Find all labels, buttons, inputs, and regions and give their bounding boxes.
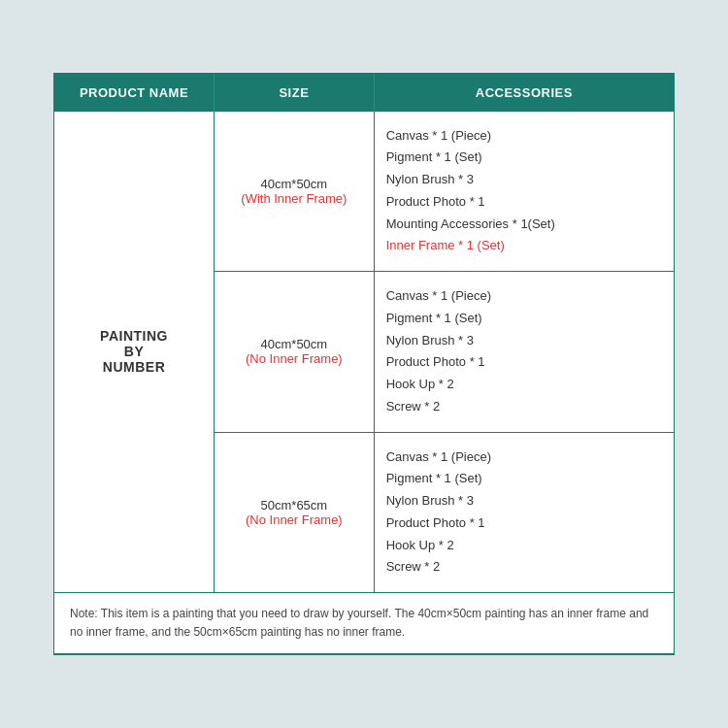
accessory-item: Nylon Brush * 3 — [386, 330, 662, 352]
size-main: 40cm*50cm — [226, 337, 362, 351]
size-cell: 50cm*65cm(No Inner Frame) — [215, 432, 375, 593]
accessory-item: Mounting Accessories * 1(Set) — [386, 214, 662, 236]
accessory-item: Pigment * 1 (Set) — [386, 308, 662, 330]
accessory-item: Product Photo * 1 — [386, 513, 662, 535]
header-size: SIZE — [215, 74, 375, 112]
accessory-item: Pigment * 1 (Set) — [386, 468, 662, 490]
accessory-item: Nylon Brush * 3 — [386, 490, 662, 513]
product-table-wrapper: PRODUCT NAME SIZE ACCESSORIES PAINTING B… — [53, 73, 675, 656]
accessory-item: Pigment * 1 (Set) — [386, 147, 662, 169]
accessory-item: Product Photo * 1 — [386, 351, 662, 374]
product-name-cell: PAINTING BY NUMBER — [54, 112, 215, 593]
accessories-cell: Canvas * 1 (Piece)Pigment * 1 (Set)Nylon… — [374, 432, 674, 593]
size-main: 40cm*50cm — [226, 177, 362, 191]
accessory-item: Screw * 2 — [386, 556, 662, 579]
accessories-cell: Canvas * 1 (Piece)Pigment * 1 (Set)Nylon… — [374, 112, 674, 272]
accessories-list: Canvas * 1 (Piece)Pigment * 1 (Set)Nylon… — [386, 447, 662, 579]
header-accessories: ACCESSORIES — [374, 74, 674, 112]
size-cell: 40cm*50cm(No Inner Frame) — [215, 272, 375, 433]
size-main: 50cm*65cm — [226, 498, 362, 513]
accessories-cell: Canvas * 1 (Piece)Pigment * 1 (Set)Nylon… — [374, 272, 674, 433]
accessories-list: Canvas * 1 (Piece)Pigment * 1 (Set)Nylon… — [386, 125, 662, 258]
size-sub: (With Inner Frame) — [226, 191, 362, 206]
product-table: PRODUCT NAME SIZE ACCESSORIES PAINTING B… — [54, 74, 674, 655]
accessory-item: Hook Up * 2 — [386, 535, 662, 557]
header-product: PRODUCT NAME — [54, 74, 215, 112]
size-sub: (No Inner Frame) — [226, 351, 362, 366]
accessory-item: Screw * 2 — [386, 396, 662, 418]
accessories-list: Canvas * 1 (Piece)Pigment * 1 (Set)Nylon… — [386, 285, 662, 418]
note-row: Note: This item is a painting that you n… — [54, 593, 674, 654]
accessory-item: Canvas * 1 (Piece) — [386, 447, 662, 469]
note-cell: Note: This item is a painting that you n… — [54, 593, 674, 654]
size-cell: 40cm*50cm(With Inner Frame) — [215, 112, 375, 272]
table-row: PAINTING BY NUMBER40cm*50cm(With Inner F… — [54, 112, 674, 272]
accessory-item: Nylon Brush * 3 — [386, 169, 662, 191]
accessory-item: Canvas * 1 (Piece) — [386, 285, 662, 308]
accessory-item: Hook Up * 2 — [386, 374, 662, 396]
accessory-item: Product Photo * 1 — [386, 191, 662, 214]
accessory-item: Inner Frame * 1 (Set) — [386, 235, 662, 257]
accessory-item: Canvas * 1 (Piece) — [386, 125, 662, 148]
size-sub: (No Inner Frame) — [226, 513, 362, 527]
